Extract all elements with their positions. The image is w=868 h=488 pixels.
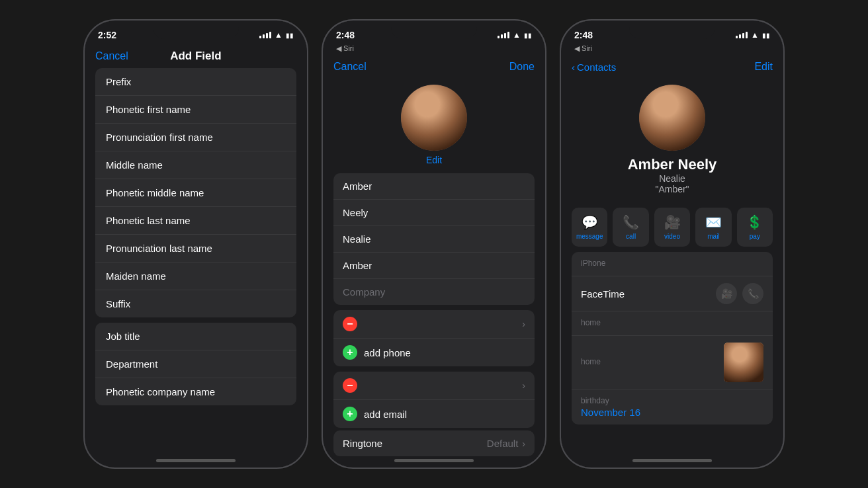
phone-entry-row: − › [333, 310, 535, 339]
add-email-icon: + [343, 407, 357, 421]
contact-avatar-3 [639, 85, 705, 151]
iphone-row[interactable]: iPhone [572, 252, 773, 276]
field-item-suffix[interactable]: Suffix [95, 290, 296, 317]
wifi-icon: ▲ [275, 30, 282, 40]
field-item-phonetic-first[interactable]: Phonetic first name [95, 96, 296, 124]
battery-icon-2: ▮▮ [524, 32, 532, 39]
pronunciation-value: Amber [343, 260, 372, 271]
siri-label-3: ◀ Siri [561, 44, 783, 56]
field-item-pronunciation-first[interactable]: Pronunciation first name [95, 124, 296, 151]
back-label: Contacts [577, 61, 616, 73]
company-field[interactable]: Company [333, 279, 535, 305]
contact-name: Amber Neely [628, 156, 717, 173]
field-item-maiden[interactable]: Maiden name [95, 263, 296, 290]
back-button[interactable]: ‹ Contacts [572, 61, 616, 73]
edit-photo-link[interactable]: Edit [426, 155, 442, 165]
home-indicator-2 [394, 459, 474, 462]
battery-icon-3: ▮▮ [762, 32, 770, 39]
status-bar-3: 2:48 ▲ ▮▮ [561, 20, 783, 44]
message-icon: 💬 [582, 214, 598, 230]
signal-icon-2 [498, 32, 509, 38]
field-item-phonetic-middle[interactable]: Phonetic middle name [95, 179, 296, 207]
pay-button[interactable]: 💲 pay [737, 208, 773, 247]
contact-photo-section: Edit [323, 78, 545, 171]
status-icons-1: ▲ ▮▮ [259, 30, 294, 40]
field-item-phonetic-last[interactable]: Phonetic last name [95, 207, 296, 235]
call-icon: 📞 [623, 214, 639, 230]
home-indicator-3 [632, 459, 712, 462]
facetime-call-button[interactable]: 📞 [742, 283, 763, 304]
cancel-button-1[interactable]: Cancel [95, 50, 128, 62]
status-time-1: 2:52 [98, 30, 116, 40]
phone-3-screen: 2:48 ▲ ▮▮ ◀ Siri ‹ Contacts [561, 20, 783, 468]
last-name-field[interactable]: Neely [333, 200, 535, 226]
status-icons-3: ▲ ▮▮ [736, 30, 770, 40]
mail-button[interactable]: ✉️ mail [695, 208, 731, 247]
last-name-value: Neely [343, 207, 368, 218]
done-button[interactable]: Done [509, 61, 535, 73]
phone-3-frame: 2:48 ▲ ▮▮ ◀ Siri ‹ Contacts [560, 19, 785, 469]
message-button[interactable]: 💬 message [572, 208, 607, 247]
facetime-video-button[interactable]: 🎥 [716, 283, 737, 304]
wifi-icon-3: ▲ [751, 30, 759, 40]
wifi-icon-2: ▲ [513, 30, 521, 40]
phone-section: − › + add phone [333, 310, 535, 366]
nav-bar-2: Cancel Done [323, 56, 545, 78]
field-section-2: Job title Department Phonetic company na… [95, 323, 296, 405]
email-section: − › + add email [333, 372, 535, 428]
pronunciation-field[interactable]: Amber [333, 253, 535, 279]
phone-1-frame: 2:52 ▲ ▮▮ Cancel Add Field [83, 19, 308, 469]
video-label: video [664, 233, 680, 240]
pay-icon: 💲 [746, 214, 763, 230]
birthday-label: birthday [581, 396, 763, 405]
first-name-value: Amber [343, 181, 372, 192]
first-name-field[interactable]: Amber [333, 173, 535, 200]
field-item-prefix[interactable]: Prefix [95, 68, 296, 96]
status-time-3: 2:48 [574, 30, 593, 40]
ringtone-label: Ringtone [343, 438, 382, 449]
phone-2-frame: 2:48 ▲ ▮▮ ◀ Siri Cancel Done [322, 19, 546, 469]
phone-type-label: iPhone [581, 259, 763, 268]
remove-phone-button[interactable]: − [343, 317, 357, 331]
nav-bar-3: ‹ Contacts Edit [561, 56, 783, 78]
email-chevron: › [522, 380, 525, 391]
phone-2-screen: 2:48 ▲ ▮▮ ◀ Siri Cancel Done [323, 20, 545, 468]
email-entry-row: − › [333, 372, 535, 400]
name-fields-section: Amber Neely Nealie Amber Company [333, 173, 535, 305]
status-time-2: 2:48 [336, 30, 355, 40]
contact-avatar-2 [401, 85, 467, 151]
facetime-row[interactable]: FaceTime 🎥 📞 [572, 276, 773, 311]
mail-label: mail [707, 233, 719, 240]
nickname-field[interactable]: Nealie [333, 226, 535, 253]
field-item-middle[interactable]: Middle name [95, 151, 296, 179]
ringtone-chevron: › [522, 438, 525, 449]
back-chevron-icon: ‹ [572, 61, 575, 73]
remove-email-button[interactable]: − [343, 378, 357, 393]
add-email-label: add email [364, 409, 407, 420]
add-email-row[interactable]: + add email [333, 400, 535, 428]
call-button[interactable]: 📞 call [613, 208, 648, 247]
add-phone-icon: + [343, 345, 357, 360]
ringtone-row[interactable]: Ringtone Default › [333, 430, 535, 456]
home-row-1[interactable]: home [572, 311, 773, 336]
birthday-value[interactable]: November 16 [581, 407, 763, 418]
message-label: message [576, 233, 603, 240]
status-bar-2: 2:48 ▲ ▮▮ [323, 20, 545, 44]
facetime-icons: 🎥 📞 [716, 283, 763, 304]
field-item-pronunciation-last[interactable]: Pronunciation last name [95, 235, 296, 263]
home-thumbnail [724, 343, 763, 382]
phone-chevron: › [522, 319, 525, 329]
add-phone-row[interactable]: + add phone [333, 339, 535, 366]
home-row-2[interactable]: home [572, 336, 773, 389]
field-item-phonetic-company[interactable]: Phonetic company name [95, 378, 296, 405]
call-label: call [626, 233, 636, 240]
home-label-2: home [581, 357, 601, 366]
home-indicator-1 [156, 459, 236, 462]
field-item-job-title[interactable]: Job title [95, 323, 296, 350]
edit-button-3[interactable]: Edit [754, 61, 773, 73]
battery-icon: ▮▮ [286, 32, 294, 39]
field-item-department[interactable]: Department [95, 350, 296, 378]
cancel-button-2[interactable]: Cancel [333, 61, 367, 73]
video-button[interactable]: 🎥 video [654, 208, 690, 247]
add-phone-label: add phone [364, 347, 411, 358]
